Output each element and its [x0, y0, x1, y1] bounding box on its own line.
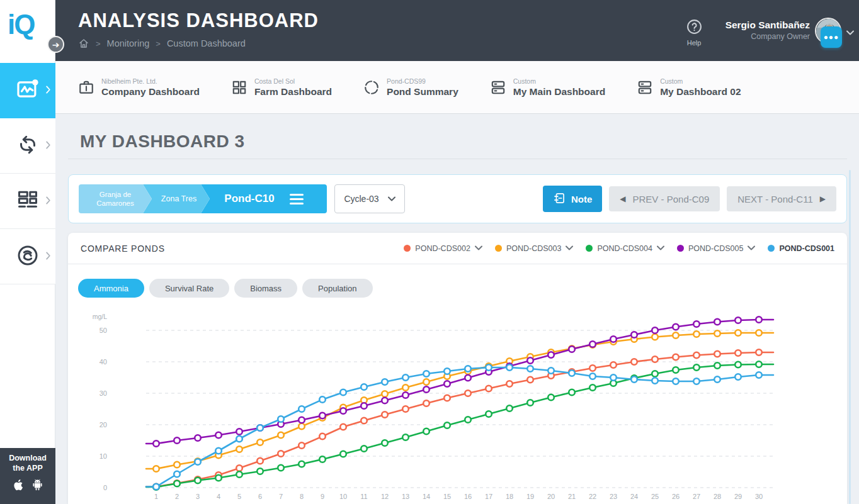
svg-text:5: 5 — [237, 493, 241, 500]
tab-subtitle: Custom — [513, 77, 605, 85]
pond-breadcrumb-chips: Granja deCamaronesZona Tres Pond-C10 — [79, 184, 327, 213]
svg-text:7: 7 — [279, 493, 283, 500]
svg-text:27: 27 — [693, 493, 700, 500]
help-button[interactable]: Help — [680, 19, 708, 47]
svg-text:18: 18 — [506, 493, 513, 500]
chevron-right-icon — [44, 196, 52, 207]
widgets-icon — [16, 189, 39, 214]
help-icon — [686, 26, 702, 36]
user-name: Sergio Santibañez — [725, 20, 810, 31]
android-icon[interactable] — [30, 478, 45, 495]
tab-subtitle: Costa Del Sol — [254, 77, 332, 85]
legend-pond-cds004[interactable]: POND-CDS004 — [586, 243, 664, 254]
breadcrumb-item-1[interactable]: Custom Dashboard — [167, 38, 246, 48]
legend-label: POND-CDS001 — [779, 244, 834, 253]
svg-text:21: 21 — [568, 493, 576, 500]
hamburger-menu-icon[interactable] — [290, 194, 304, 204]
svg-text:28: 28 — [714, 493, 721, 500]
chip-zone[interactable]: Zona Tres — [143, 184, 210, 213]
svg-text:1: 1 — [154, 493, 158, 500]
legend-dot — [586, 245, 593, 252]
svg-text:29: 29 — [734, 493, 742, 500]
chevron-down-icon — [475, 244, 482, 254]
download-app-box[interactable]: Download the APP — [0, 448, 55, 504]
chevron-down-icon — [846, 28, 854, 39]
tab-company-dashboard[interactable]: Nibelheim Pte. Ltd. Company Dashboard — [78, 77, 200, 98]
tab-my-main-dashboard[interactable]: Custom My Main Dashboard — [490, 77, 605, 98]
sidebar-item-widgets[interactable] — [0, 174, 55, 229]
analysis-dashboard-page: ANALYSIS DASHBOARD >Monitoring>Custom Da… — [0, 0, 859, 504]
sidebar-item-cycles[interactable] — [0, 118, 55, 174]
legend-dot — [495, 245, 502, 252]
legend-dot — [677, 245, 684, 252]
chip-farm[interactable]: Granja deCamarones — [79, 184, 152, 213]
svg-text:0: 0 — [103, 484, 107, 491]
breadcrumb-separator: > — [96, 39, 101, 48]
sidebar-item-monitoring[interactable] — [0, 63, 55, 118]
metric-tab-biomass[interactable]: Biomass — [234, 279, 297, 298]
tab-farm-dashboard[interactable]: Costa Del Sol Farm Dashboard — [231, 77, 332, 98]
svg-text:16: 16 — [464, 493, 472, 500]
support-icon — [16, 244, 39, 269]
svg-text:3: 3 — [196, 493, 200, 500]
chip-pond[interactable]: Pond-C10 — [201, 184, 327, 213]
svg-text:10: 10 — [339, 493, 347, 500]
svg-text:26: 26 — [672, 493, 680, 500]
user-menu[interactable]: Sergio Santibañez Company Owner — [725, 20, 810, 41]
legend-dot — [404, 245, 411, 252]
arrow-right-icon: ▶ — [820, 194, 826, 203]
tab-pond-summary[interactable]: Pond-CDS99 Pond Summary — [363, 77, 458, 98]
page-header-title: ANALYSIS DASHBOARD — [78, 9, 319, 32]
ammonia-chart: mg/L010203040501234567891011121314151617… — [68, 308, 847, 504]
svg-text:8: 8 — [300, 493, 304, 500]
chevron-down-icon — [657, 244, 664, 254]
svg-text:30: 30 — [100, 389, 107, 397]
compare-ponds-title: COMPARE PONDS — [81, 244, 165, 254]
legend-dot — [768, 245, 775, 252]
app-logo: iQ — [8, 9, 34, 40]
svg-text:2: 2 — [175, 493, 179, 500]
page-title: MY DASHBOARD 3 — [80, 132, 245, 152]
monitoring-icon — [16, 77, 40, 104]
legend-pond-cds002[interactable]: POND-CDS002 — [404, 243, 482, 254]
tab-my-dashboard-02[interactable]: Custom My Dashboard 02 — [637, 77, 741, 98]
svg-text:23: 23 — [610, 493, 617, 500]
legend-pond-cds003[interactable]: POND-CDS003 — [495, 243, 574, 254]
legend-pond-cds005[interactable]: POND-CDS005 — [677, 243, 756, 254]
svg-text:40: 40 — [100, 358, 107, 366]
legend-label: POND-CDS002 — [415, 244, 470, 253]
note-button[interactable]: Note — [543, 186, 602, 212]
legend-label: POND-CDS004 — [597, 244, 652, 253]
top-header: ANALYSIS DASHBOARD >Monitoring>Custom Da… — [55, 0, 859, 61]
svg-text:24: 24 — [630, 493, 638, 500]
metric-tabs: AmmoniaSurvival RateBiomassPopulation — [78, 279, 373, 298]
apple-icon[interactable] — [11, 478, 26, 495]
next-pond-button[interactable]: NEXT - Pond-C11 ▶ — [727, 186, 836, 211]
metric-tab-survival-rate[interactable]: Survival Rate — [149, 279, 229, 298]
prev-pond-button[interactable]: ◀ PREV - Pond-C09 — [609, 186, 720, 211]
metric-tab-population[interactable]: Population — [302, 279, 372, 298]
metric-tab-ammonia[interactable]: Ammonia — [78, 279, 144, 298]
home-icon[interactable] — [78, 38, 89, 49]
cycle-select[interactable]: Cycle-03 — [334, 184, 405, 213]
chip-label: Zona Tres — [161, 194, 196, 203]
tab-subtitle: Custom — [660, 77, 741, 85]
pond-selector-card: Granja deCamaronesZona Tres Pond-C10 Cyc… — [68, 174, 847, 223]
arrow-left-icon: ◀ — [620, 194, 625, 203]
sidebar-collapse-button[interactable]: ➔ — [47, 36, 64, 53]
layers-icon — [637, 79, 653, 96]
legend-pond-cds001[interactable]: POND-CDS001 — [768, 244, 834, 253]
user-role: Company Owner — [725, 32, 810, 41]
svg-text:30: 30 — [755, 493, 763, 500]
tab-subtitle: Nibelheim Pte. Ltd. — [101, 77, 200, 85]
breadcrumb-item-0[interactable]: Monitoring — [107, 38, 150, 48]
chevron-right-icon — [44, 251, 52, 262]
help-label: Help — [680, 39, 708, 47]
svg-text:10: 10 — [100, 452, 107, 460]
sidebar-item-support[interactable] — [0, 229, 55, 284]
legend-label: POND-CDS003 — [506, 244, 562, 253]
svg-text:13: 13 — [402, 493, 409, 500]
svg-text:20: 20 — [547, 493, 555, 500]
more-dashboards-button[interactable]: ●●● — [821, 26, 842, 48]
compare-ponds-header: COMPARE PONDS POND-CDS002 POND-CDS003 PO… — [68, 233, 847, 264]
